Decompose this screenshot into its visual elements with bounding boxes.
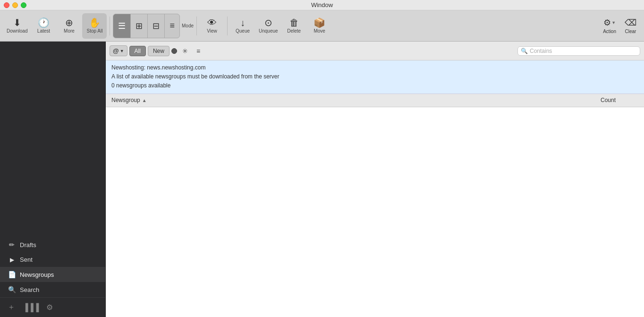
minimize-button[interactable] — [12, 2, 18, 8]
download-button[interactable]: ⬇ Download — [4, 13, 30, 39]
queue-icon: ↓ — [240, 18, 245, 27]
drafts-icon: ✏ — [8, 241, 16, 248]
sidebar-item-label-drafts: Drafts — [20, 241, 36, 248]
mode-text-icon: ≡ — [169, 21, 175, 31]
content-area: @ ▼ All New ✳ ≡ 🔍 Newsh — [106, 42, 644, 317]
delete-button[interactable]: 🗑 Delete — [282, 13, 306, 39]
search-box: 🔍 — [517, 46, 640, 56]
search-magnifier-icon: 🔍 — [521, 48, 528, 54]
mode-group: ☰ ⊞ ⊟ ≡ — [113, 14, 180, 38]
spin-button[interactable]: ✳ — [179, 45, 191, 57]
info-banner: Newshosting: news.newshosting.com A list… — [106, 60, 644, 94]
toolbar-right: ⚙ ▼ Action ⌫ Clear — [599, 13, 640, 39]
info-message2: 0 newsgroups available — [111, 81, 638, 90]
action-icon: ⚙ — [603, 17, 611, 28]
table-content — [106, 107, 644, 317]
sidebar-item-label-search: Search — [20, 286, 39, 293]
window-title: Window — [311, 1, 333, 9]
mode-text-button[interactable]: ≡ — [165, 14, 179, 38]
sidebar-bottom: ＋ ▐▐▐ ⚙ — [0, 297, 105, 317]
title-bar: Window — [0, 0, 644, 10]
table-header: Newsgroup ▲ Count — [106, 94, 644, 107]
stop-all-label: Stop All — [87, 28, 103, 34]
list-view-icon: ≡ — [196, 47, 200, 55]
move-button[interactable]: 📦 Move — [307, 13, 332, 39]
separator-2 — [196, 17, 197, 35]
at-button[interactable]: @ ▼ — [110, 45, 127, 56]
search-icon: 🔍 — [8, 286, 16, 293]
unqueue-icon: ⊙ — [264, 18, 272, 27]
list-view-button[interactable]: ≡ — [193, 45, 203, 57]
action-dropdown-arrow: ▼ — [611, 20, 616, 25]
mode-split-button[interactable]: ⊟ — [148, 14, 165, 38]
clear-label: Clear — [625, 29, 636, 34]
stop-all-button[interactable]: ✋ Stop All — [82, 13, 107, 39]
sidebar-item-label-sent: Sent — [20, 256, 33, 263]
sidebar-spacer — [0, 42, 105, 237]
mode-list-icon: ☰ — [118, 21, 126, 31]
traffic-lights — [4, 2, 26, 8]
add-account-button[interactable]: ＋ — [6, 301, 17, 313]
separator-3 — [227, 17, 228, 35]
sidebar-item-drafts[interactable]: ✏ Drafts — [0, 237, 105, 252]
more-label: More — [64, 28, 75, 34]
close-button[interactable] — [4, 2, 9, 8]
spin-icon: ✳ — [182, 47, 188, 55]
sidebar-item-label-newsgroups: Newsgroups — [20, 271, 54, 278]
sent-icon: ▶ — [8, 257, 16, 263]
sidebar-item-newsgroups[interactable]: 📄 Newsgroups — [0, 267, 105, 282]
clear-icon: ⌫ — [625, 17, 636, 28]
info-message1: A list of available newsgroups must be d… — [111, 72, 638, 81]
filter-all-button[interactable]: All — [129, 46, 146, 56]
newsgroups-icon: 📄 — [8, 271, 16, 278]
settings-icon[interactable]: ⚙ — [44, 302, 55, 313]
search-input[interactable] — [530, 48, 637, 54]
action-with-arrow: ⚙ ▼ — [603, 17, 616, 28]
content-toolbar: @ ▼ All New ✳ ≡ 🔍 — [106, 42, 644, 60]
move-label: Move — [314, 28, 325, 34]
latest-icon: 🕐 — [38, 18, 50, 27]
view-button[interactable]: 👁 View — [200, 13, 224, 39]
download-label: Download — [7, 28, 27, 34]
at-symbol: @ — [113, 47, 119, 54]
move-icon: 📦 — [314, 18, 325, 27]
col-count-header[interactable]: Count — [601, 97, 638, 103]
sort-arrow-icon: ▲ — [142, 98, 147, 103]
action-button[interactable]: ⚙ ▼ Action — [599, 13, 620, 39]
more-button[interactable]: ⊕ More — [57, 13, 81, 39]
sidebar-item-search[interactable]: 🔍 Search — [0, 282, 105, 297]
view-icon: 👁 — [207, 18, 217, 27]
delete-icon: 🗑 — [289, 18, 299, 27]
delete-label: Delete — [287, 28, 301, 34]
queue-label: Queue — [236, 28, 250, 34]
filter-all-label: All — [135, 48, 141, 54]
mode-grid-button[interactable]: ⊞ — [131, 14, 148, 38]
unqueue-label: Unqueue — [259, 28, 278, 34]
latest-label: Latest — [37, 28, 50, 34]
view-label: View — [207, 28, 217, 34]
dot-filter-button[interactable] — [171, 48, 177, 54]
separator-1 — [110, 17, 110, 35]
main-area: ✏ Drafts ▶ Sent 📄 Newsgroups 🔍 Search ＋ … — [0, 42, 644, 317]
server-name: Newshosting: news.newshosting.com — [111, 63, 638, 72]
sidebar: ✏ Drafts ▶ Sent 📄 Newsgroups 🔍 Search ＋ … — [0, 42, 106, 317]
col-count-label: Count — [601, 97, 616, 103]
unqueue-button[interactable]: ⊙ Unqueue — [256, 13, 281, 39]
col-newsgroup-header[interactable]: Newsgroup ▲ — [111, 97, 601, 103]
main-toolbar: ⬇ Download 🕐 Latest ⊕ More ✋ Stop All ☰ … — [0, 10, 644, 42]
queue-button[interactable]: ↓ Queue — [230, 13, 255, 39]
filter-new-button[interactable]: New — [148, 46, 169, 56]
filter-new-label: New — [153, 48, 164, 54]
action-label: Action — [603, 29, 616, 34]
more-icon: ⊕ — [65, 18, 73, 27]
mode-split-icon: ⊟ — [153, 21, 160, 31]
download-icon: ⬇ — [13, 18, 21, 27]
mode-list-button[interactable]: ☰ — [113, 14, 131, 38]
latest-button[interactable]: 🕐 Latest — [31, 13, 56, 39]
stop-icon: ✋ — [89, 18, 101, 27]
clear-button[interactable]: ⌫ Clear — [621, 13, 640, 39]
mode-grid-icon: ⊞ — [136, 21, 143, 31]
signal-icon[interactable]: ▐▐▐ — [21, 302, 41, 313]
sidebar-item-sent[interactable]: ▶ Sent — [0, 252, 105, 267]
maximize-button[interactable] — [21, 2, 26, 8]
